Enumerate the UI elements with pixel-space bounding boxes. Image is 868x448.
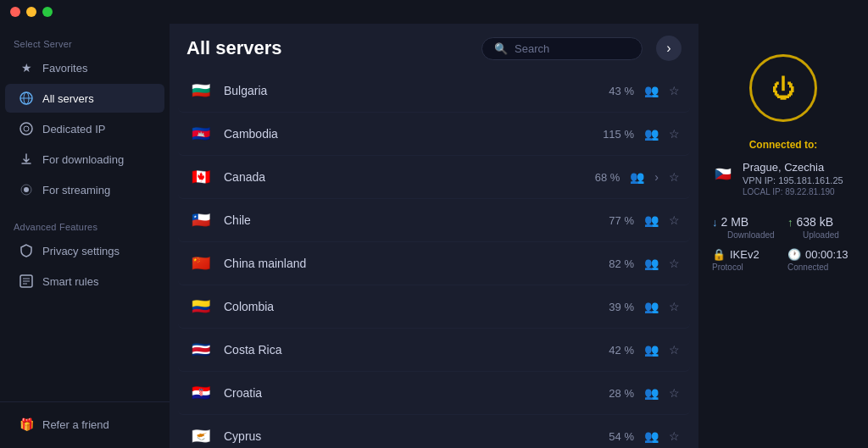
users-icon: 👥 bbox=[644, 300, 659, 313]
table-row[interactable]: 🇧🇬 Bulgaria 43 % 👥 ☆ bbox=[178, 69, 690, 113]
search-box[interactable]: 🔍 bbox=[481, 37, 643, 60]
server-flag: 🇨🇦 bbox=[188, 164, 214, 190]
table-row[interactable]: 🇨🇴 Colombia 39 % 👥 ☆ bbox=[178, 285, 690, 329]
server-name: Costa Rica bbox=[224, 343, 577, 357]
expand-icon[interactable]: › bbox=[654, 170, 659, 184]
connected-flag: 🇨🇿 bbox=[712, 163, 734, 185]
server-name: Canada bbox=[224, 170, 563, 184]
server-flag: 🇨🇾 bbox=[188, 423, 214, 448]
sidebar: Select Server ★ Favorites All servers De… bbox=[0, 24, 170, 448]
server-name: China mainland bbox=[224, 257, 577, 270]
table-row[interactable]: 🇨🇱 Chile 77 % 👥 ☆ bbox=[178, 199, 690, 242]
download-icon bbox=[19, 152, 34, 167]
table-row[interactable]: 🇨🇦 Canada 68 % 👥 › ☆ bbox=[178, 156, 690, 199]
table-row[interactable]: 🇨🇷 Costa Rica 42 % 👥 ☆ bbox=[178, 329, 690, 372]
server-flag: 🇨🇱 bbox=[188, 207, 214, 233]
connected-city: Prague, Czechia bbox=[743, 161, 843, 174]
star-button[interactable]: ☆ bbox=[669, 429, 680, 443]
star-button[interactable]: ☆ bbox=[669, 84, 680, 97]
star-button[interactable]: ☆ bbox=[669, 300, 680, 313]
sidebar-item-favorites[interactable]: ★ Favorites bbox=[5, 53, 164, 82]
connected-local-ip: LOCAL IP: 89.22.81.190 bbox=[743, 187, 843, 196]
server-flag: 🇧🇬 bbox=[188, 78, 214, 103]
main-content: All servers 🔍 › 🇧🇬 Bulgaria 43 % 👥 ☆ 🇰🇭 … bbox=[170, 24, 698, 448]
server-name: Cyprus bbox=[224, 429, 577, 443]
clock-icon: 🕐 bbox=[787, 248, 801, 261]
star-button[interactable]: ☆ bbox=[669, 170, 680, 184]
sidebar-section-label: Select Server bbox=[0, 32, 170, 53]
stats-grid: ↓ 2 MB Downloaded ↑ 638 kB Uploaded 🔒 IK… bbox=[712, 215, 854, 272]
sidebar-item-label: For downloading bbox=[42, 153, 124, 166]
nav-arrow-button[interactable]: › bbox=[656, 36, 682, 61]
star-button[interactable]: ☆ bbox=[669, 213, 680, 227]
sidebar-item-label: For streaming bbox=[42, 184, 110, 196]
protocol-value: IKEv2 bbox=[730, 248, 760, 261]
users-icon: 👥 bbox=[644, 213, 659, 227]
server-load: 42 % bbox=[587, 344, 634, 357]
sidebar-item-dedicated-ip[interactable]: Dedicated IP bbox=[5, 114, 164, 143]
server-load: 77 % bbox=[587, 214, 634, 227]
globe-icon bbox=[19, 91, 34, 106]
advanced-section-label: Advanced Features bbox=[0, 215, 170, 235]
minimize-button[interactable] bbox=[26, 7, 36, 17]
table-row[interactable]: 🇭🇷 Croatia 28 % 👥 ☆ bbox=[178, 372, 690, 415]
table-row[interactable]: 🇨🇳 China mainland 82 % 👥 ☆ bbox=[178, 242, 690, 285]
upload-value: 638 kB bbox=[797, 215, 834, 229]
server-flag: 🇨🇷 bbox=[188, 337, 214, 362]
sidebar-item-refer[interactable]: 🎁 Refer a friend bbox=[5, 410, 164, 439]
svg-point-4 bbox=[24, 126, 29, 131]
sidebar-item-all-servers[interactable]: All servers bbox=[5, 84, 164, 113]
sidebar-item-downloading[interactable]: For downloading bbox=[5, 145, 164, 174]
connected-details: Prague, Czechia VPN IP: 195.181.161.25 L… bbox=[743, 161, 843, 196]
table-row[interactable]: 🇨🇾 Cyprus 54 % 👥 ☆ bbox=[178, 415, 690, 448]
close-button[interactable] bbox=[10, 7, 20, 17]
star-icon: ★ bbox=[19, 60, 34, 75]
server-load: 39 % bbox=[587, 301, 634, 313]
maximize-button[interactable] bbox=[42, 7, 53, 17]
sidebar-item-label: Privacy settings bbox=[42, 245, 120, 257]
server-load: 28 % bbox=[587, 387, 634, 400]
download-value: 2 MB bbox=[721, 215, 749, 229]
table-row[interactable]: 🇰🇭 Cambodia 115 % 👥 ☆ bbox=[178, 113, 690, 156]
sidebar-item-label: Dedicated IP bbox=[42, 123, 105, 136]
power-icon: ⏻ bbox=[771, 75, 795, 102]
power-button[interactable]: ⏻ bbox=[749, 54, 817, 122]
download-label: Downloaded bbox=[712, 230, 779, 240]
page-title: All servers bbox=[186, 37, 468, 59]
server-flag: 🇭🇷 bbox=[188, 380, 214, 406]
star-button[interactable]: ☆ bbox=[669, 343, 680, 357]
sidebar-item-streaming[interactable]: For streaming bbox=[5, 175, 164, 204]
protocol-icon: 🔒 bbox=[712, 248, 726, 261]
server-flag: 🇰🇭 bbox=[188, 121, 214, 147]
server-load: 43 % bbox=[587, 85, 634, 97]
right-panel: ⏻ Connected to: 🇨🇿 Prague, Czechia VPN I… bbox=[698, 24, 868, 448]
sidebar-item-privacy[interactable]: Privacy settings bbox=[5, 236, 164, 265]
users-icon: 👥 bbox=[644, 127, 659, 141]
server-flag: 🇨🇴 bbox=[188, 294, 214, 319]
sidebar-item-label: All servers bbox=[42, 92, 94, 105]
server-load: 54 % bbox=[587, 430, 634, 443]
connected-vpn-ip: VPN IP: 195.181.161.25 bbox=[743, 175, 843, 185]
upload-arrow-icon: ↑ bbox=[787, 216, 793, 229]
users-icon: 👥 bbox=[644, 343, 659, 357]
download-arrow-icon: ↓ bbox=[712, 216, 718, 229]
sidebar-item-smart-rules[interactable]: Smart rules bbox=[5, 267, 164, 296]
connected-info: 🇨🇿 Prague, Czechia VPN IP: 195.181.161.2… bbox=[712, 161, 854, 196]
users-icon: 👥 bbox=[630, 170, 644, 184]
users-icon: 👥 bbox=[644, 257, 659, 270]
server-name: Croatia bbox=[224, 386, 577, 400]
connected-label: Connected to: bbox=[712, 139, 854, 151]
server-name: Chile bbox=[224, 213, 577, 227]
search-icon: 🔍 bbox=[494, 42, 508, 55]
star-button[interactable]: ☆ bbox=[669, 257, 680, 270]
rules-icon bbox=[19, 274, 34, 289]
upload-stat: ↑ 638 kB Uploaded bbox=[787, 215, 854, 240]
star-button[interactable]: ☆ bbox=[669, 386, 680, 400]
star-button[interactable]: ☆ bbox=[669, 127, 680, 141]
svg-point-5 bbox=[24, 187, 29, 192]
duration-value: 00:00:13 bbox=[805, 248, 849, 261]
protocol-label: Protocol bbox=[712, 263, 779, 272]
streaming-icon bbox=[19, 182, 34, 197]
search-input[interactable] bbox=[515, 42, 633, 55]
server-flag: 🇨🇳 bbox=[188, 251, 214, 276]
